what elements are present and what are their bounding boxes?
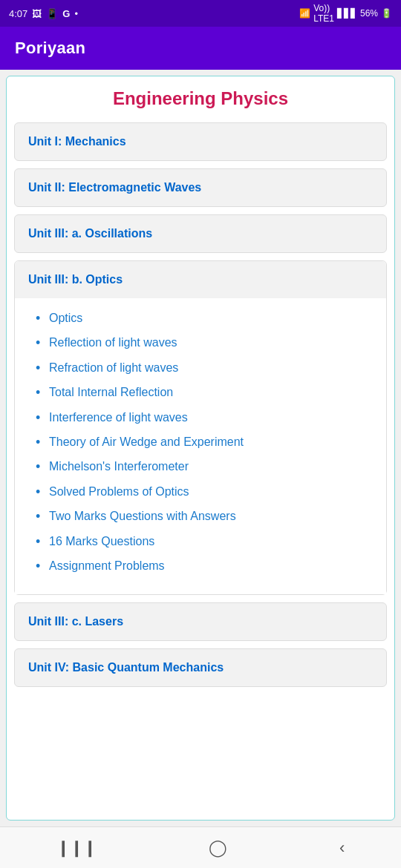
g-icon: G xyxy=(62,8,70,19)
unit3b-label: Unit III: b. Optics xyxy=(28,273,123,286)
sublist-item-label: Total Internal Reflection xyxy=(49,384,173,401)
list-item-refraction[interactable]: • Refraction of light waves xyxy=(36,360,377,377)
bottom-nav: ❙❙❙ ◯ ‹ xyxy=(0,826,401,868)
unit-card-unit2[interactable]: Unit II: Electromagnetic Waves xyxy=(14,168,387,207)
unit2-label: Unit II: Electromagnetic Waves xyxy=(28,181,201,194)
home-icon[interactable]: ◯ xyxy=(191,832,245,864)
unit3b-sublist: • Optics • Reflection of light waves • R… xyxy=(15,298,386,594)
unit4-label: Unit IV: Basic Quantum Mechanics xyxy=(28,661,224,674)
bullet-icon: • xyxy=(36,310,49,327)
unit3b-header[interactable]: Unit III: b. Optics xyxy=(15,261,386,298)
sublist-item-label: Optics xyxy=(49,310,82,326)
cellular-bars-icon: ▋▋▋ xyxy=(337,8,357,19)
bullet-icon: • xyxy=(36,533,49,550)
sublist-item-label: Solved Problems of Optics xyxy=(49,484,189,500)
bullet-icon: • xyxy=(36,558,49,575)
status-right: 📶 Vo))LTE1 ▋▋▋ 56% 🔋 xyxy=(299,3,392,24)
unit-card-unit1[interactable]: Unit I: Mechanics xyxy=(14,122,387,161)
page-title: Engineering Physics xyxy=(14,88,387,109)
app-title: Poriyaan xyxy=(15,39,85,58)
wifi-signal-icon: 📶 xyxy=(299,8,310,19)
bullet-icon: • xyxy=(36,434,49,451)
menu-icon[interactable]: ❙❙❙ xyxy=(39,832,114,864)
sublist-item-label: Michelson's Interferometer xyxy=(49,458,189,475)
battery-percent: 56% xyxy=(360,8,378,19)
sublist-item-label: 16 Marks Questions xyxy=(49,533,154,550)
sublist-item-label: Refraction of light waves xyxy=(49,360,178,376)
bullet-icon: • xyxy=(36,458,49,476)
unit1-label: Unit I: Mechanics xyxy=(28,135,126,148)
bullet-icon: • xyxy=(36,508,49,525)
battery-icon: 🔋 xyxy=(381,8,392,19)
sublist-item-label: Interference of light waves xyxy=(49,410,188,426)
bullet-icon: • xyxy=(36,335,49,352)
status-bar: 4:07 🖼 📱 G • 📶 Vo))LTE1 ▋▋▋ 56% 🔋 xyxy=(0,0,401,27)
main-content: Engineering Physics Unit I: Mechanics Un… xyxy=(6,76,395,821)
list-item-interference[interactable]: • Interference of light waves xyxy=(36,410,377,427)
bullet-icon: • xyxy=(36,360,49,377)
list-item-air-wedge[interactable]: • Theory of Air Wedge and Experiment xyxy=(36,434,377,451)
sublist-item-label: Two Marks Questions with Answers xyxy=(49,508,236,525)
sublist-item-label: Reflection of light waves xyxy=(49,335,177,351)
app-bar: Poriyaan xyxy=(0,27,401,70)
whatsapp-icon: 📱 xyxy=(46,8,58,19)
unit-card-unit3c[interactable]: Unit III: c. Lasers xyxy=(14,602,387,641)
unit-card-unit3a[interactable]: Unit III: a. Oscillations xyxy=(14,214,387,253)
photo-icon: 🖼 xyxy=(32,8,42,19)
bullet-icon: • xyxy=(36,484,49,501)
list-item-michelson[interactable]: • Michelson's Interferometer xyxy=(36,458,377,476)
unit-card-unit3b-expanded: Unit III: b. Optics • Optics • Reflectio… xyxy=(14,260,387,595)
bullet-icon: • xyxy=(36,410,49,427)
dot-icon: • xyxy=(74,8,78,19)
bullet-icon: • xyxy=(36,384,49,401)
sublist-item-label: Assignment Problems xyxy=(49,558,165,574)
time-display: 4:07 xyxy=(9,8,27,19)
list-item-reflection[interactable]: • Reflection of light waves xyxy=(36,335,377,352)
unit3a-label: Unit III: a. Oscillations xyxy=(28,227,152,240)
list-item-two-marks[interactable]: • Two Marks Questions with Answers xyxy=(36,508,377,525)
back-icon[interactable]: ‹ xyxy=(322,832,362,864)
unit3c-label: Unit III: c. Lasers xyxy=(28,615,123,628)
lte-signal-icon: Vo))LTE1 xyxy=(313,3,334,24)
list-item-assignment[interactable]: • Assignment Problems xyxy=(36,558,377,575)
list-item-optics[interactable]: • Optics xyxy=(36,310,377,327)
unit-card-unit4[interactable]: Unit IV: Basic Quantum Mechanics xyxy=(14,648,387,687)
list-item-total-internal[interactable]: • Total Internal Reflection xyxy=(36,384,377,401)
status-left: 4:07 🖼 📱 G • xyxy=(9,8,78,19)
list-item-solved-problems[interactable]: • Solved Problems of Optics xyxy=(36,484,377,501)
list-item-16-marks[interactable]: • 16 Marks Questions xyxy=(36,533,377,550)
sublist-item-label: Theory of Air Wedge and Experiment xyxy=(49,434,244,450)
